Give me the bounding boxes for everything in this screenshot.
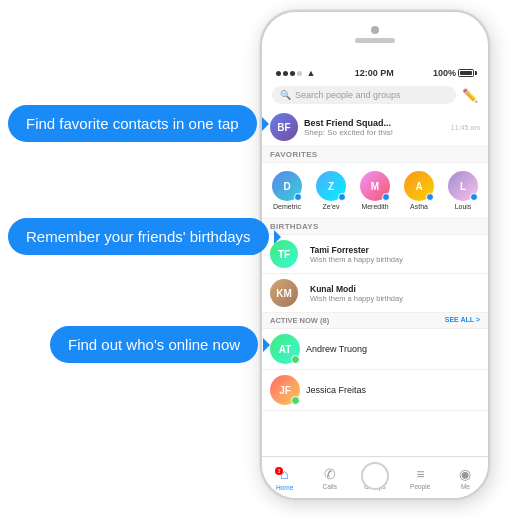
recent-chat-item[interactable]: BF Best Friend Squad... Shep: So excited…	[262, 108, 488, 147]
birthday-action-tami: Wish them a happy birthday	[310, 255, 480, 264]
see-all-button[interactable]: SEE ALL >	[445, 316, 480, 325]
fav-online-astha	[426, 193, 434, 201]
people-icon: ≡	[416, 466, 424, 482]
nav-me[interactable]: ◉ Me	[443, 457, 488, 498]
status-bar: ▲ 12:00 PM 100%	[262, 64, 488, 82]
battery-icon	[458, 69, 474, 77]
battery-pct: 100%	[433, 68, 456, 78]
favorites-row: D Demetric Z Ze'ev M Meredith	[262, 163, 488, 219]
nav-calls[interactable]: ✆ Calls	[307, 457, 352, 498]
fav-name-astha: Astha	[410, 203, 428, 210]
fav-item-zeev[interactable]: Z Ze'ev	[312, 171, 350, 210]
callout-birthdays: Remember your friends' birthdays	[8, 218, 269, 255]
fav-item-astha[interactable]: A Astha	[400, 171, 438, 210]
fav-online-demetric	[294, 193, 302, 201]
phone-frame: ▲ 12:00 PM 100% 🔍 Search people and grou…	[260, 10, 490, 500]
online-dot-andrew	[291, 355, 300, 364]
chat-name: Best Friend Squad...	[304, 118, 451, 128]
fav-item-louis[interactable]: L Louis	[444, 171, 482, 210]
phone-screen: ▲ 12:00 PM 100% 🔍 Search people and grou…	[262, 12, 488, 498]
active-name-andrew: Andrew Truong	[306, 344, 367, 354]
nav-me-label: Me	[461, 483, 470, 490]
nav-people-label: People	[410, 483, 430, 490]
battery-fill	[460, 71, 472, 75]
favorites-header: FAVORITES	[262, 147, 488, 163]
birthday-avatar-kunal: KM	[270, 279, 298, 307]
birthday-text-kunal: Kunal Modi Wish them a happy birthday	[310, 284, 480, 303]
signal-dot-3	[290, 71, 295, 76]
me-icon: ◉	[459, 466, 471, 482]
fav-online-zeev	[338, 193, 346, 201]
search-input[interactable]: 🔍 Search people and groups	[272, 86, 456, 104]
birthday-name-tami: Tami Forrester	[310, 245, 480, 255]
active-avatar-andrew: AT	[270, 334, 300, 364]
nav-calls-label: Calls	[323, 483, 337, 490]
active-name-jessica: Jessica Freitas	[306, 385, 366, 395]
fav-name-demetric: Demetric	[273, 203, 301, 210]
signal-dot-1	[276, 71, 281, 76]
active-person-andrew[interactable]: AT Andrew Truong	[262, 329, 488, 370]
search-icon: 🔍	[280, 90, 291, 100]
nav-home-icon-wrap: ⌂ 3	[280, 465, 288, 483]
camera-dot	[371, 26, 379, 34]
fav-avatar-meredith: M	[360, 171, 390, 201]
active-avatar-jessica: JF	[270, 375, 300, 405]
search-placeholder: Search people and groups	[295, 90, 401, 100]
birthdays-header: BIRTHDAYS	[262, 219, 488, 235]
signal-area: ▲	[276, 68, 315, 78]
online-dot-jessica	[291, 396, 300, 405]
fav-online-louis	[470, 193, 478, 201]
calls-icon: ✆	[324, 466, 336, 482]
fav-item-meredith[interactable]: M Meredith	[356, 171, 394, 210]
chat-preview: Shep: So excited for this!	[304, 128, 451, 137]
phone-top-bar	[262, 12, 488, 64]
fav-avatar-zeev: Z	[316, 171, 346, 201]
fav-name-meredith: Meredith	[361, 203, 388, 210]
favorites-label: FAVORITES	[270, 150, 317, 159]
chat-avatar: BF	[270, 113, 298, 141]
home-badge: 3	[275, 467, 283, 475]
active-person-jessica[interactable]: JF Jessica Freitas	[262, 370, 488, 411]
fav-avatar-louis: L	[448, 171, 478, 201]
birthday-text-tami: Tami Forrester Wish them a happy birthda…	[310, 245, 480, 264]
fav-name-louis: Louis	[455, 203, 472, 210]
birthday-name-kunal: Kunal Modi	[310, 284, 480, 294]
signal-dot-2	[283, 71, 288, 76]
status-time: 12:00 PM	[355, 68, 394, 78]
chat-info: Best Friend Squad... Shep: So excited fo…	[304, 118, 451, 137]
search-bar: 🔍 Search people and groups ✏️	[262, 82, 488, 108]
callout-active: Find out who's online now	[50, 326, 258, 363]
nav-home-label: Home	[276, 484, 293, 491]
fav-name-zeev: Ze'ev	[323, 203, 340, 210]
fav-item-demetric[interactable]: D Demetric	[268, 171, 306, 210]
nav-home[interactable]: ⌂ 3 Home	[262, 457, 307, 498]
birthday-action-kunal: Wish them a happy birthday	[310, 294, 480, 303]
compose-icon[interactable]: ✏️	[462, 88, 478, 103]
birthday-avatar-tami: TF	[270, 240, 298, 268]
signal-dot-4	[297, 71, 302, 76]
active-now-header: ACTIVE NOW (8) SEE ALL >	[262, 313, 488, 329]
fav-avatar-demetric: D	[272, 171, 302, 201]
callout-favorites: Find favorite contacts in one tap	[8, 105, 257, 142]
fav-online-meredith	[382, 193, 390, 201]
birthday-item-tami[interactable]: TF Tami Forrester Wish them a happy birt…	[262, 235, 488, 274]
nav-people[interactable]: ≡ People	[398, 457, 443, 498]
active-now-label: ACTIVE NOW (8)	[270, 316, 329, 325]
birthday-item-kunal[interactable]: KM Kunal Modi Wish them a happy birthday	[262, 274, 488, 313]
home-button[interactable]	[361, 462, 389, 490]
battery-area: 100%	[433, 68, 474, 78]
chat-time: 11:45 am	[451, 124, 480, 131]
fav-avatar-astha: A	[404, 171, 434, 201]
speaker-bar	[355, 38, 395, 43]
